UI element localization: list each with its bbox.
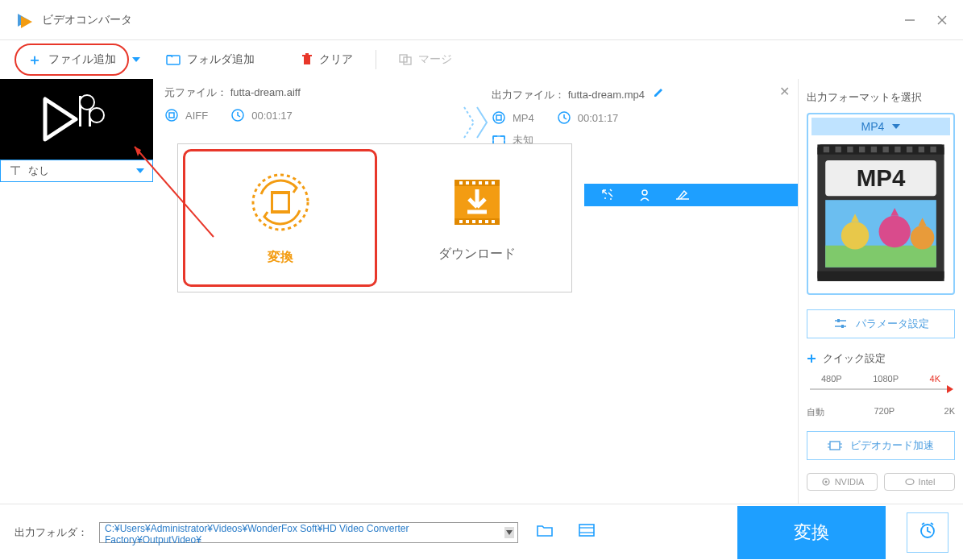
watermark-icon[interactable] [637,188,652,202]
source-format-value: AIFF [185,110,208,122]
add-folder-label: フォルダ追加 [187,52,255,67]
parameter-settings-button[interactable]: パラメータ設定 [807,309,955,338]
parameter-settings-label: パラメータ設定 [856,317,929,331]
alarm-clock-icon [919,521,936,539]
source-duration: 00:01:17 [230,108,293,122]
source-file-name: futta-dream.aiff [230,86,301,98]
svg-point-77 [824,481,827,483]
svg-rect-17 [496,115,501,120]
svg-point-12 [89,108,104,122]
add-folder-button[interactable]: フォルダ追加 [155,48,266,72]
svg-rect-42 [492,220,495,223]
add-file-dropdown-caret[interactable] [132,57,140,62]
svg-point-20 [610,198,612,200]
main-area: 元ファイル： futta-dream.aiff AIFF 00:01:17 [0,79,963,504]
svg-rect-3 [167,56,180,64]
edit-tool-icon[interactable] [675,188,691,202]
svg-point-63 [879,216,911,247]
schedule-button[interactable] [907,512,948,553]
add-file-button[interactable]: ＋ ファイル追加 [15,44,129,76]
subtitle-dropdown[interactable]: なし [0,160,153,182]
output-format-header: MP4 [811,118,950,135]
download-icon [448,173,506,231]
output-folder-input[interactable]: C:¥Users¥Administrator¥Videos¥WonderFox … [99,522,518,543]
svg-rect-31 [459,181,463,185]
quality-slider[interactable]: 480P 1080P 4K [807,374,955,401]
svg-rect-79 [579,525,594,536]
svg-point-62 [841,222,869,249]
svg-point-13 [166,110,177,121]
close-button[interactable] [936,14,948,27]
svg-point-64 [911,226,934,249]
output-format-selector[interactable]: MP4 MP4 [807,113,955,295]
output-folder-value: C:¥Users¥Administrator¥Videos¥WonderFox … [105,523,409,545]
open-output-button[interactable] [571,520,602,545]
svg-rect-38 [466,220,469,223]
edit-icon[interactable] [653,85,666,98]
svg-rect-47 [817,272,944,281]
svg-rect-33 [472,181,475,185]
file-action-bar [584,184,798,206]
download-tile-label: ダウンロード [438,246,516,263]
svg-rect-26 [271,191,290,194]
svg-rect-48 [824,147,829,152]
download-mode-tile[interactable]: ダウンロード [382,144,571,292]
output-duration-value: 00:01:17 [578,112,619,124]
svg-rect-54 [895,147,900,152]
svg-rect-68 [841,325,844,328]
gpu-accel-button[interactable]: ビデオカード加速 [807,431,955,460]
merge-icon [399,54,412,65]
plus-small-icon [807,354,816,363]
toolbar: ＋ ファイル追加 フォルダ追加 クリア マージ [0,40,963,79]
svg-point-22 [642,190,647,195]
nvidia-icon [820,477,832,487]
minimize-button[interactable] [903,14,916,27]
effects-icon[interactable] [600,188,615,202]
nvidia-chip[interactable]: NVIDIA [807,473,878,491]
browse-folder-button[interactable] [529,520,560,545]
svg-point-11 [80,95,94,110]
output-file-name: futta-dream.mp4 [568,89,645,101]
source-file-meta: AIFF 00:01:17 [164,108,459,122]
format-icon [492,110,506,125]
svg-rect-49 [835,147,841,152]
chevron-down-icon [892,124,900,129]
svg-rect-27 [271,210,290,214]
output-folder-dropdown-icon[interactable] [504,527,514,538]
subtitle-selected: なし [28,164,49,178]
clear-button[interactable]: クリア [290,48,364,72]
svg-rect-34 [479,181,482,185]
convert-button[interactable]: 変換 [737,506,886,559]
quality-720p: 720P [874,406,895,418]
svg-rect-41 [485,220,488,223]
toolbar-separator [376,50,376,69]
svg-rect-71 [830,442,840,450]
trash-icon [301,53,313,66]
slider-track [810,388,952,390]
chevron-right-icon [461,102,490,143]
svg-rect-57 [930,147,936,152]
gpu-vendor-row: NVIDIA Intel [807,473,955,491]
svg-rect-36 [492,181,495,185]
intel-icon [904,477,915,487]
output-format-name: MP4 [861,120,885,133]
svg-rect-4 [304,56,310,64]
titlebar: ビデオコンバータ [0,0,963,40]
intel-chip[interactable]: Intel [884,473,955,491]
svg-rect-66 [837,319,840,322]
right-sidebar: 出力フォーマットを選択 MP4 MP4 パラメータ設定 [798,79,963,504]
svg-rect-50 [847,147,853,152]
video-thumbnail[interactable] [0,79,153,160]
svg-text:MP4: MP4 [857,164,906,191]
convert-icon [248,170,313,234]
convert-mode-tile[interactable]: 変換 [183,149,377,287]
remove-file-button[interactable]: ✕ [779,84,790,99]
source-file-label-row: 元ファイル： futta-dream.aiff [164,85,459,100]
quality-2k: 2K [944,406,955,418]
quick-settings-label: クイック設定 [823,351,886,366]
source-format: AIFF [164,108,208,122]
mode-dialog: 変換 ダウンロード [177,143,572,292]
content-area: 元ファイル： futta-dream.aiff AIFF 00:01:17 [0,79,798,504]
merge-button[interactable]: マージ [388,48,463,72]
svg-rect-51 [859,147,865,152]
